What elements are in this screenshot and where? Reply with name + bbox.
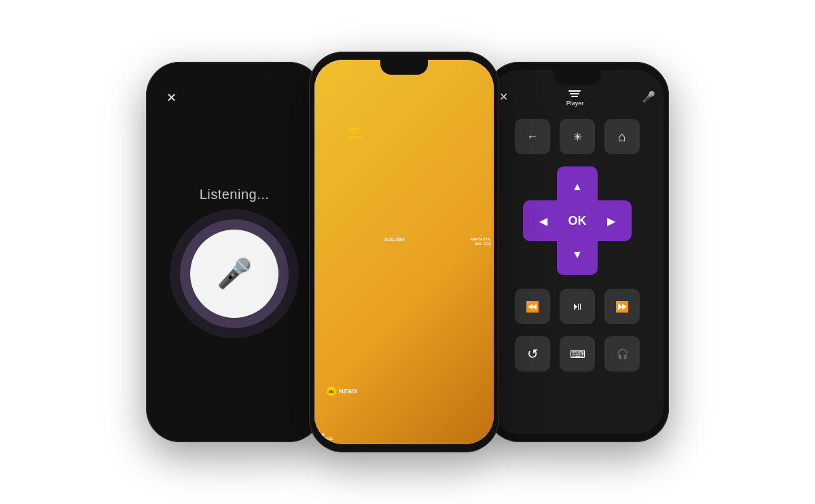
phone-right: ✕ Player 🎤 ←	[486, 62, 669, 442]
ok-button[interactable]: OK	[554, 197, 601, 245]
dpad: ▲ ▼ ◀ ▶ OK	[523, 166, 632, 275]
roku-screen: The Roku Channel 🔔 ⚙ Featured	[314, 60, 494, 444]
abc-circle: abc	[327, 386, 336, 396]
abc-news-label: abc NEWS	[327, 386, 357, 396]
remote-screen-container: ✕ Player 🎤 ←	[491, 70, 664, 434]
headphone-icon: 🎧	[617, 348, 628, 359]
soloist-label: SOLOIST	[384, 237, 405, 242]
player-text: Player	[566, 100, 584, 107]
replay-button[interactable]: ↺	[515, 336, 550, 372]
rewind-icon: ⏪	[526, 300, 539, 313]
phone-notch-left	[211, 70, 258, 85]
roku-content: Featured GODSOFEGYPT GOT HBO New	[314, 100, 494, 410]
left-icon: ◀	[539, 215, 547, 228]
remote-screen: ✕ Player 🎤 ←	[491, 70, 664, 434]
news-grid: 👤 abc NEWS FAMFILMRISE	[323, 332, 486, 400]
phone-center: The Roku Channel 🔔 ⚙ Featured	[309, 52, 499, 452]
player-line-2	[570, 93, 579, 94]
fox-label: FANTASTICMR. FOX	[471, 237, 491, 247]
remote-player-label: Player	[566, 90, 584, 107]
phone-notch-right	[554, 70, 601, 85]
options-button[interactable]: ✳	[560, 119, 595, 154]
player-line-1	[568, 90, 581, 92]
filmrise-bg	[438, 332, 486, 400]
close-icon[interactable]: ✕	[166, 90, 177, 105]
news-text: NEWS	[339, 388, 357, 395]
fast-forward-button[interactable]: ⏩	[604, 289, 640, 324]
phone-notch-center	[380, 60, 428, 75]
gods-egypt-label: GODSOFEGYPT	[323, 127, 387, 139]
remote-mic-icon[interactable]: 🎤	[642, 90, 655, 103]
keyboard-button[interactable]: ⌨	[560, 336, 595, 372]
voice-screen-container: ✕ Listening... 🎤	[151, 70, 317, 434]
replay-icon: ↺	[527, 346, 539, 362]
abc-text: abc	[329, 390, 334, 393]
fast-forward-icon: ⏩	[615, 300, 629, 313]
filmrise-card[interactable]: FAMFILMRISE	[438, 332, 486, 400]
down-icon: ▼	[572, 249, 583, 261]
ok-label: OK	[568, 214, 587, 228]
voice-screen: ✕ Listening... 🎤	[151, 70, 317, 434]
bottom-buttons: ↺ ⌨ 🎧	[515, 336, 640, 372]
phone-left: ✕ Listening... 🎤	[146, 62, 323, 442]
play-pause-button[interactable]: ⏯	[560, 289, 595, 324]
phones-container: ✕ Listening... 🎤 The Roku Channel	[34, 14, 781, 490]
media-buttons: ⏪ ⏯ ⏩	[515, 289, 640, 324]
home-button[interactable]: ⌂	[604, 119, 640, 154]
back-icon: ←	[526, 130, 539, 144]
keyboard-icon: ⌨	[570, 348, 585, 361]
rewind-button[interactable]: ⏪	[515, 289, 550, 324]
headphone-button[interactable]: 🎧	[604, 336, 640, 372]
player-line-3	[571, 96, 578, 97]
voice-mic-circle[interactable]: 🎤	[190, 230, 278, 318]
remote-close-icon[interactable]: ✕	[499, 90, 508, 103]
roku-screen-container: The Roku Channel 🔔 ⚙ Featured	[314, 60, 494, 444]
listening-text: Listening...	[200, 187, 270, 202]
home-icon: ⌂	[618, 129, 626, 145]
mic-icon: 🎤	[217, 257, 252, 290]
play-pause-icon: ⏯	[572, 300, 583, 312]
right-icon: ▶	[607, 215, 615, 228]
player-lines	[568, 90, 581, 97]
back-button[interactable]: ←	[515, 119, 550, 154]
remote-top-buttons: ← ✳ ⌂	[515, 119, 640, 154]
up-icon: ▲	[572, 181, 583, 193]
star-icon: ✳	[573, 130, 582, 143]
